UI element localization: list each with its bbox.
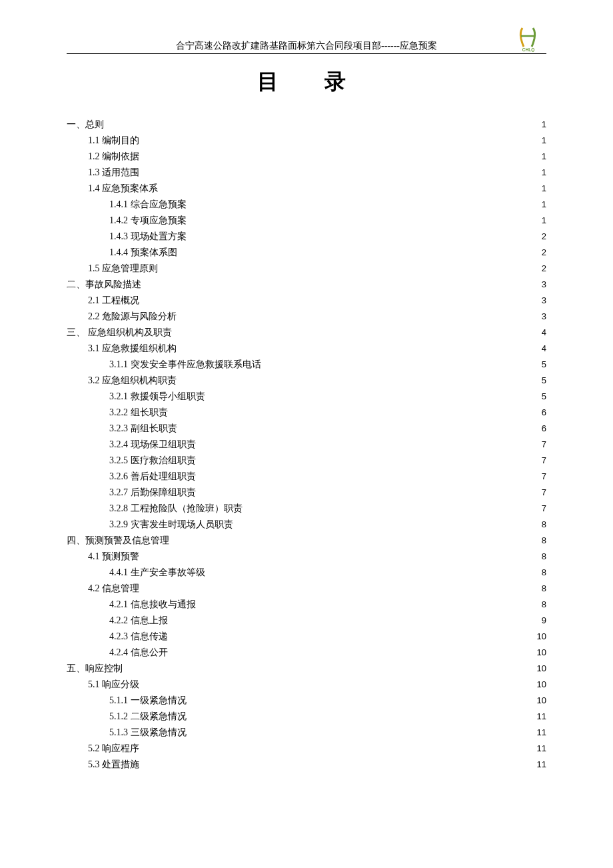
toc-label: 1.3 适用范围 — [67, 165, 139, 181]
toc-row: 1.4.1 综合应急预案1 — [67, 197, 546, 213]
toc-row: 5.3 处置措施11 — [67, 757, 546, 773]
toc-page-number: 1 — [533, 213, 546, 229]
toc-label: 5.1.1 一级紧急情况 — [67, 693, 187, 709]
toc-page-number: 7 — [533, 453, 546, 469]
toc-label: 5.3 处置措施 — [67, 757, 139, 773]
header-text: 合宁高速公路改扩建路基路面标第六合同段项目部------应急预案 — [67, 40, 546, 52]
toc-label: 三、 应急组织机构及职责 — [67, 325, 172, 341]
toc-row: 二、事故风险描述3 — [67, 277, 546, 293]
toc-page-number: 7 — [533, 485, 546, 501]
toc-label: 3.1 应急救援组织机构 — [67, 341, 177, 357]
toc-page-number: 10 — [533, 677, 546, 693]
toc-label: 1.1 编制目的 — [67, 133, 139, 149]
toc-label: 3.2 应急组织机构职责 — [67, 373, 177, 389]
toc-label: 一、总则 — [67, 117, 104, 133]
toc-row: 4.1 预测预警8 — [67, 549, 546, 565]
toc-label: 二、事故风险描述 — [67, 277, 141, 293]
toc-row: 1.4.2 专项应急预案1 — [67, 213, 546, 229]
toc-row: 5.1.1 一级紧急情况10 — [67, 693, 546, 709]
toc-label: 1.4.4 预案体系图 — [67, 245, 177, 261]
toc-row: 三、 应急组织机构及职责4 — [67, 325, 546, 341]
header-underline: 合宁高速公路改扩建路基路面标第六合同段项目部------应急预案 CHLQ — [67, 40, 546, 54]
toc-page-number: 7 — [533, 501, 546, 517]
toc-page-number: 5 — [533, 373, 546, 389]
toc-page-number: 1 — [533, 181, 546, 197]
toc-label: 四、预测预警及信息管理 — [67, 533, 169, 549]
toc-page-number: 8 — [533, 565, 546, 581]
toc-row: 3.2.4 现场保卫组职责7 — [67, 437, 546, 453]
toc-page-number: 10 — [533, 661, 546, 677]
toc-row: 3.2.1 救援领导小组职责5 — [67, 389, 546, 405]
toc-page-number: 6 — [533, 421, 546, 437]
toc-row: 1.2 编制依据1 — [67, 149, 546, 165]
toc-label: 2.2 危险源与风险分析 — [67, 309, 177, 325]
toc-label: 4.1 预测预警 — [67, 549, 139, 565]
toc-row: 一、总则1 — [67, 117, 546, 133]
toc-page-number: 5 — [533, 357, 546, 373]
toc-row: 3.1 应急救援组织机构4 — [67, 341, 546, 357]
toc-row: 3.2 应急组织机构职责5 — [67, 373, 546, 389]
toc-page-number: 1 — [533, 133, 546, 149]
toc-page-number: 6 — [533, 405, 546, 421]
toc-label: 3.2.5 医疗救治组职责 — [67, 453, 196, 469]
toc-row: 3.2.5 医疗救治组职责7 — [67, 453, 546, 469]
toc-label: 5.1 响应分级 — [67, 677, 139, 693]
toc-page-number: 11 — [533, 757, 546, 773]
toc-page-number: 4 — [533, 325, 546, 341]
toc-page-number: 7 — [533, 437, 546, 453]
toc-row: 4.2.3 信息传递10 — [67, 629, 546, 645]
toc-page-number: 4 — [533, 341, 546, 357]
toc-label: 4.2.1 信息接收与通报 — [67, 597, 196, 613]
toc-row: 五、响应控制10 — [67, 661, 546, 677]
toc-page-number: 1 — [533, 117, 546, 133]
toc-row: 1.1 编制目的1 — [67, 133, 546, 149]
toc-label: 1.2 编制依据 — [67, 149, 139, 165]
table-of-contents: 一、总则11.1 编制目的11.2 编制依据11.3 适用范围11.4 应急预案… — [67, 117, 546, 773]
toc-row: 5.1.2 二级紧急情况11 — [67, 709, 546, 725]
toc-page-number: 10 — [533, 629, 546, 645]
toc-row: 四、预测预警及信息管理8 — [67, 533, 546, 549]
svg-text:CHLQ: CHLQ — [522, 47, 534, 52]
toc-label: 五、响应控制 — [67, 661, 123, 677]
toc-row: 4.2.1 信息接收与通报8 — [67, 597, 546, 613]
toc-page-number: 3 — [533, 277, 546, 293]
toc-label: 3.2.8 工程抢险队（抢险班）职责 — [67, 501, 243, 517]
toc-row: 1.3 适用范围1 — [67, 165, 546, 181]
toc-page-number: 5 — [533, 389, 546, 405]
toc-label: 1.4.3 现场处置方案 — [67, 229, 187, 245]
toc-label: 3.2.1 救援领导小组职责 — [67, 389, 205, 405]
toc-row: 3.2.2 组长职责6 — [67, 405, 546, 421]
toc-label: 3.2.4 现场保卫组职责 — [67, 437, 196, 453]
toc-page-number: 2 — [533, 229, 546, 245]
toc-label: 1.4 应急预案体系 — [67, 181, 158, 197]
logo-icon: CHLQ — [517, 25, 540, 52]
toc-page-number: 7 — [533, 469, 546, 485]
toc-page-number: 9 — [533, 613, 546, 629]
toc-page-number: 1 — [533, 165, 546, 181]
toc-page-number: 1 — [533, 197, 546, 213]
toc-label: 3.2.7 后勤保障组职责 — [67, 485, 196, 501]
toc-label: 4.2.2 信息上报 — [67, 613, 168, 629]
toc-row: 3.2.3 副组长职责6 — [67, 421, 546, 437]
toc-row: 1.4.3 现场处置方案2 — [67, 229, 546, 245]
toc-row: 1.4.4 预案体系图2 — [67, 245, 546, 261]
toc-page-number: 8 — [533, 581, 546, 597]
toc-page-number: 8 — [533, 549, 546, 565]
toc-label: 4.2.4 信息公开 — [67, 645, 168, 661]
toc-label: 5.1.2 二级紧急情况 — [67, 709, 187, 725]
toc-row: 2.2 危险源与风险分析3 — [67, 309, 546, 325]
toc-row: 3.2.7 后勤保障组职责7 — [67, 485, 546, 501]
toc-row: 2.1 工程概况3 — [67, 293, 546, 309]
toc-label: 3.2.2 组长职责 — [67, 405, 168, 421]
toc-page-number: 10 — [533, 693, 546, 709]
toc-page-number: 2 — [533, 245, 546, 261]
logo-chlq: CHLQ — [517, 25, 540, 55]
toc-page-number: 11 — [533, 741, 546, 757]
toc-row: 3.2.8 工程抢险队（抢险班）职责7 — [67, 501, 546, 517]
toc-row: 4.2 信息管理8 — [67, 581, 546, 597]
toc-label: 1.5 应急管理原则 — [67, 261, 158, 277]
toc-label: 3.1.1 突发安全事件应急救援联系电话 — [67, 357, 261, 373]
toc-page-number: 10 — [533, 645, 546, 661]
page-title: 目 录 — [77, 67, 546, 97]
toc-label: 3.2.6 善后处理组职责 — [67, 469, 196, 485]
